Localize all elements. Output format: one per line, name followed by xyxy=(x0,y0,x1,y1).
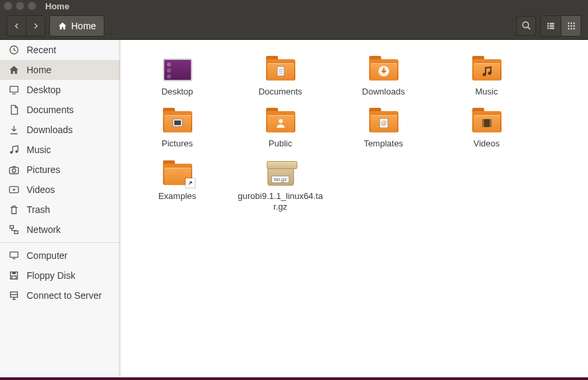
folder-icon xyxy=(162,160,194,188)
window-minimize-button[interactable] xyxy=(16,2,24,10)
file-item-label: Documents xyxy=(259,87,303,97)
sidebar-item-connect[interactable]: Connect to Server xyxy=(0,285,120,305)
toolbar: Home xyxy=(0,12,588,40)
file-item-label: Downloads xyxy=(362,87,404,97)
folder-icon xyxy=(471,108,503,136)
titlebar: Home xyxy=(0,0,588,12)
folder-icon xyxy=(265,56,297,84)
svg-rect-15 xyxy=(570,27,571,29)
list-view-button[interactable] xyxy=(541,16,561,36)
desktop-icon xyxy=(162,56,194,84)
main-area: RecentHomeDesktopDocumentsDownloadsMusic… xyxy=(0,40,588,377)
breadcrumb: Home xyxy=(49,15,104,37)
clock-icon xyxy=(8,44,20,56)
search-button[interactable] xyxy=(516,16,536,36)
file-item-gurobi[interactable]: tar.gzgurobi9.1.1_linux64.tar.gz xyxy=(229,155,332,218)
file-item-desktop[interactable]: Desktop xyxy=(126,51,229,102)
sidebar-item-label: Documents xyxy=(27,104,74,115)
view-toggle-group xyxy=(540,15,581,37)
folder-icon xyxy=(368,108,400,136)
sidebar-item-network[interactable]: Network xyxy=(0,220,120,240)
window-close-button[interactable] xyxy=(4,2,12,10)
sidebar-item-computer[interactable]: Computer xyxy=(0,246,120,266)
svg-point-0 xyxy=(522,22,528,28)
sidebar-item-videos[interactable]: Videos xyxy=(0,180,120,200)
floppy-icon xyxy=(8,270,20,282)
back-button[interactable] xyxy=(7,16,26,36)
svg-rect-10 xyxy=(573,22,574,23)
file-item-label: Public xyxy=(269,138,292,149)
file-item-examples[interactable]: Examples xyxy=(126,155,229,218)
sidebar-item-label: Home xyxy=(27,65,51,75)
sidebar-item-floppy[interactable]: Floppy Disk xyxy=(0,266,120,285)
home-icon xyxy=(8,64,20,76)
archive-icon: tar.gz xyxy=(265,160,297,188)
server-icon xyxy=(8,289,20,301)
content-pane[interactable]: DesktopDocumentsDownloadsMusicPicturesPu… xyxy=(120,40,588,377)
list-icon xyxy=(546,21,555,31)
computer-icon xyxy=(8,250,20,262)
file-item-videos[interactable]: Videos xyxy=(435,102,538,154)
sidebar-item-label: Videos xyxy=(27,184,55,195)
file-item-label: Videos xyxy=(474,138,500,149)
video-icon xyxy=(8,184,20,196)
file-item-label: Desktop xyxy=(162,87,194,97)
window-maximize-button[interactable] xyxy=(28,2,36,10)
file-item-public[interactable]: Public xyxy=(229,102,332,154)
sidebar-separator xyxy=(0,242,120,243)
sidebar-item-pictures[interactable]: Pictures xyxy=(0,160,120,180)
sidebar-item-label: Downloads xyxy=(27,124,73,135)
folder-icon xyxy=(471,56,503,84)
sidebar-item-label: Pictures xyxy=(27,164,61,175)
download-icon xyxy=(8,124,20,136)
svg-rect-14 xyxy=(567,27,569,29)
file-item-downloads[interactable]: Downloads xyxy=(332,51,435,102)
file-item-documents[interactable]: Documents xyxy=(229,51,332,102)
music-icon xyxy=(8,144,20,156)
window-title: Home xyxy=(45,1,69,11)
sidebar-item-trash[interactable]: Trash xyxy=(0,200,120,220)
home-icon xyxy=(58,21,67,31)
svg-rect-4 xyxy=(547,27,549,29)
nav-group xyxy=(7,15,45,37)
breadcrumb-label: Home xyxy=(71,21,96,31)
svg-rect-8 xyxy=(567,22,569,23)
trash-icon xyxy=(8,204,20,216)
sidebar-item-documents[interactable]: Documents xyxy=(0,100,120,120)
svg-line-1 xyxy=(527,27,530,29)
sidebar-item-label: Desktop xyxy=(27,85,61,95)
svg-rect-13 xyxy=(573,25,574,26)
sidebar-item-downloads[interactable]: Downloads xyxy=(0,120,120,140)
desktop-icon xyxy=(8,84,20,96)
folder-icon xyxy=(162,108,194,136)
sidebar-item-label: Music xyxy=(27,144,51,155)
svg-rect-12 xyxy=(570,25,571,26)
grid-icon xyxy=(567,21,576,31)
sidebar-item-music[interactable]: Music xyxy=(0,140,120,160)
network-icon xyxy=(8,224,20,236)
grid-view-button[interactable] xyxy=(561,16,581,36)
forward-button[interactable] xyxy=(26,16,45,36)
doc-icon xyxy=(8,104,20,116)
svg-rect-11 xyxy=(567,25,569,26)
chevron-left-icon xyxy=(12,21,21,31)
sidebar: RecentHomeDesktopDocumentsDownloadsMusic… xyxy=(0,40,120,377)
svg-rect-6 xyxy=(549,25,554,26)
sidebar-item-desktop[interactable]: Desktop xyxy=(0,80,120,100)
sidebar-item-label: Network xyxy=(27,224,61,235)
sidebar-item-recent[interactable]: Recent xyxy=(0,40,120,60)
folder-icon xyxy=(265,108,297,136)
file-item-music[interactable]: Music xyxy=(435,51,538,102)
sidebar-item-label: Trash xyxy=(27,204,50,215)
camera-icon xyxy=(8,164,20,176)
chevron-right-icon xyxy=(31,21,41,31)
file-item-label: Examples xyxy=(158,191,196,202)
sidebar-item-label: Connect to Server xyxy=(27,290,102,301)
file-item-label: Music xyxy=(476,87,498,97)
file-item-templates[interactable]: Templates xyxy=(332,102,435,154)
file-item-pictures[interactable]: Pictures xyxy=(126,102,229,154)
sidebar-item-home[interactable]: Home xyxy=(0,60,120,80)
svg-rect-2 xyxy=(547,23,549,24)
folder-icon xyxy=(368,56,400,84)
breadcrumb-home[interactable]: Home xyxy=(50,16,104,36)
